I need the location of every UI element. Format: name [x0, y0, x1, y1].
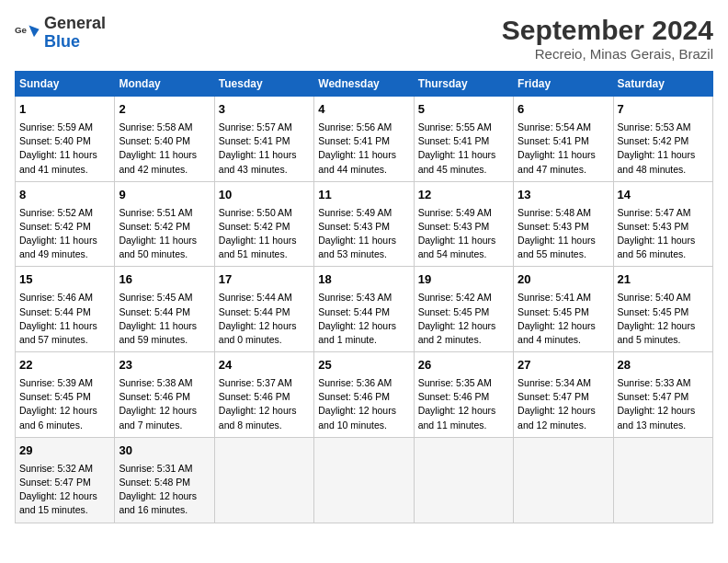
sunset-text: Sunset: 5:47 PM	[19, 477, 91, 488]
sunset-text: Sunset: 5:43 PM	[318, 221, 390, 232]
daylight-text: Daylight: 11 hours and 50 minutes.	[119, 235, 197, 259]
calendar-header-row: Sunday Monday Tuesday Wednesday Thursday…	[16, 72, 713, 97]
sunset-text: Sunset: 5:41 PM	[219, 135, 290, 146]
sunrise-text: Sunrise: 5:48 AM	[518, 207, 591, 218]
table-row: 7Sunrise: 5:53 AMSunset: 5:42 PMDaylight…	[613, 97, 712, 182]
table-row: 24Sunrise: 5:37 AMSunset: 5:46 PMDayligh…	[214, 352, 313, 438]
sunset-text: Sunset: 5:42 PM	[618, 135, 689, 146]
day-number: 3	[219, 101, 310, 119]
day-number: 27	[518, 357, 609, 374]
table-row: 3Sunrise: 5:57 AMSunset: 5:41 PMDaylight…	[214, 97, 313, 182]
sunrise-text: Sunrise: 5:47 AM	[618, 207, 691, 218]
daylight-text: Daylight: 11 hours and 45 minutes.	[418, 149, 496, 174]
logo-blue: Blue	[44, 32, 80, 51]
day-number: 15	[19, 271, 110, 289]
sunset-text: Sunset: 5:43 PM	[618, 221, 689, 232]
daylight-text: Daylight: 12 hours and 2 minutes.	[418, 320, 496, 345]
daylight-text: Daylight: 11 hours and 44 minutes.	[318, 149, 396, 174]
calendar-week-row: 8Sunrise: 5:52 AMSunset: 5:42 PMDaylight…	[16, 181, 713, 267]
sunrise-text: Sunrise: 5:33 AM	[618, 377, 691, 388]
col-tuesday: Tuesday	[214, 72, 313, 97]
sunset-text: Sunset: 5:44 PM	[119, 306, 190, 317]
sunrise-text: Sunrise: 5:59 AM	[19, 121, 93, 132]
sunset-text: Sunset: 5:45 PM	[19, 391, 91, 402]
table-row	[613, 437, 712, 523]
sunrise-text: Sunrise: 5:57 AM	[219, 121, 292, 132]
day-number: 13	[518, 187, 609, 204]
sunrise-text: Sunrise: 5:49 AM	[318, 207, 392, 218]
sunrise-text: Sunrise: 5:58 AM	[119, 121, 192, 132]
table-row: 13Sunrise: 5:48 AMSunset: 5:43 PMDayligh…	[514, 181, 613, 267]
sunset-text: Sunset: 5:46 PM	[418, 391, 490, 402]
sunset-text: Sunset: 5:41 PM	[418, 135, 490, 146]
daylight-text: Daylight: 11 hours and 57 minutes.	[19, 320, 97, 345]
table-row: 26Sunrise: 5:35 AMSunset: 5:46 PMDayligh…	[414, 352, 513, 438]
table-row: 30Sunrise: 5:31 AMSunset: 5:48 PMDayligh…	[115, 437, 214, 523]
table-row: 8Sunrise: 5:52 AMSunset: 5:42 PMDaylight…	[16, 181, 115, 267]
sunrise-text: Sunrise: 5:50 AM	[219, 207, 292, 218]
sunrise-text: Sunrise: 5:39 AM	[19, 377, 93, 388]
table-row: 21Sunrise: 5:40 AMSunset: 5:45 PMDayligh…	[613, 267, 712, 352]
day-number: 18	[318, 271, 409, 289]
daylight-text: Daylight: 12 hours and 1 minute.	[318, 320, 396, 345]
sunset-text: Sunset: 5:46 PM	[318, 391, 390, 402]
sunset-text: Sunset: 5:40 PM	[19, 135, 91, 146]
calendar-week-row: 22Sunrise: 5:39 AMSunset: 5:45 PMDayligh…	[16, 352, 713, 438]
table-row: 29Sunrise: 5:32 AMSunset: 5:47 PMDayligh…	[16, 437, 115, 523]
daylight-text: Daylight: 12 hours and 6 minutes.	[19, 405, 97, 430]
calendar-table: Sunday Monday Tuesday Wednesday Thursday…	[15, 71, 713, 523]
daylight-text: Daylight: 11 hours and 47 minutes.	[518, 149, 596, 174]
daylight-text: Daylight: 12 hours and 5 minutes.	[618, 320, 696, 345]
sunset-text: Sunset: 5:42 PM	[119, 221, 190, 232]
daylight-text: Daylight: 12 hours and 8 minutes.	[219, 405, 297, 430]
sunrise-text: Sunrise: 5:52 AM	[19, 207, 93, 218]
sunrise-text: Sunrise: 5:37 AM	[219, 377, 292, 388]
sunrise-text: Sunrise: 5:56 AM	[318, 121, 392, 132]
daylight-text: Daylight: 11 hours and 53 minutes.	[318, 235, 396, 259]
sunset-text: Sunset: 5:42 PM	[219, 221, 290, 232]
table-row: 15Sunrise: 5:46 AMSunset: 5:44 PMDayligh…	[16, 267, 115, 352]
table-row: 18Sunrise: 5:43 AMSunset: 5:44 PMDayligh…	[314, 267, 414, 352]
daylight-text: Daylight: 12 hours and 12 minutes.	[518, 405, 596, 430]
daylight-text: Daylight: 11 hours and 59 minutes.	[119, 320, 197, 345]
page-header: Ge General Blue September 2024 Recreio, …	[15, 15, 713, 62]
sunset-text: Sunset: 5:44 PM	[219, 306, 290, 317]
sunrise-text: Sunrise: 5:32 AM	[19, 463, 93, 474]
daylight-text: Daylight: 12 hours and 7 minutes.	[119, 405, 197, 430]
sunrise-text: Sunrise: 5:49 AM	[418, 207, 492, 218]
table-row: 1Sunrise: 5:59 AMSunset: 5:40 PMDaylight…	[16, 97, 115, 182]
sunset-text: Sunset: 5:47 PM	[618, 391, 689, 402]
month-title: September 2024	[502, 15, 713, 46]
day-number: 23	[119, 357, 210, 374]
table-row: 11Sunrise: 5:49 AMSunset: 5:43 PMDayligh…	[314, 181, 414, 267]
table-row: 14Sunrise: 5:47 AMSunset: 5:43 PMDayligh…	[613, 181, 712, 267]
sunrise-text: Sunrise: 5:35 AM	[418, 377, 492, 388]
day-number: 6	[518, 101, 609, 119]
daylight-text: Daylight: 12 hours and 4 minutes.	[518, 320, 596, 345]
daylight-text: Daylight: 12 hours and 11 minutes.	[418, 405, 496, 430]
daylight-text: Daylight: 11 hours and 56 minutes.	[618, 235, 696, 259]
day-number: 9	[119, 187, 210, 204]
daylight-text: Daylight: 11 hours and 51 minutes.	[219, 235, 297, 259]
table-row: 9Sunrise: 5:51 AMSunset: 5:42 PMDaylight…	[115, 181, 214, 267]
day-number: 7	[618, 101, 709, 119]
daylight-text: Daylight: 12 hours and 0 minutes.	[219, 320, 297, 345]
table-row	[314, 437, 414, 523]
table-row: 19Sunrise: 5:42 AMSunset: 5:45 PMDayligh…	[414, 267, 513, 352]
sunrise-text: Sunrise: 5:31 AM	[119, 463, 192, 474]
day-number: 5	[418, 101, 509, 119]
sunrise-text: Sunrise: 5:46 AM	[19, 292, 93, 303]
day-number: 8	[19, 187, 110, 204]
svg-marker-1	[28, 25, 39, 37]
col-saturday: Saturday	[613, 72, 712, 97]
logo-icon: Ge	[15, 20, 40, 46]
col-friday: Friday	[514, 72, 613, 97]
table-row	[514, 437, 613, 523]
sunrise-text: Sunrise: 5:43 AM	[318, 292, 392, 303]
sunset-text: Sunset: 5:43 PM	[518, 221, 589, 232]
day-number: 1	[19, 101, 110, 119]
day-number: 14	[618, 187, 709, 204]
sunrise-text: Sunrise: 5:41 AM	[518, 292, 591, 303]
sunset-text: Sunset: 5:43 PM	[418, 221, 490, 232]
sunset-text: Sunset: 5:41 PM	[318, 135, 390, 146]
